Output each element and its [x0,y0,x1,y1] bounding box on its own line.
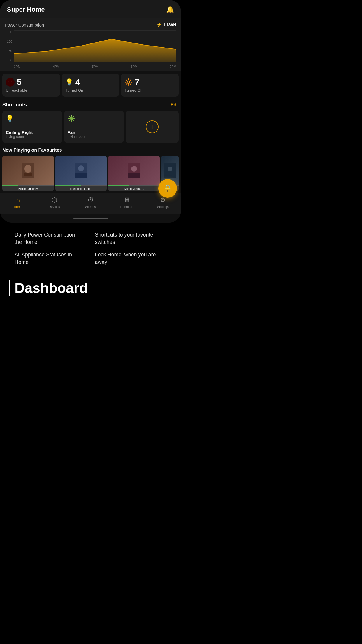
annotation-4: Lock Home, when you are away [95,251,167,266]
lightbulb-on-icon: 💡 [65,78,73,86]
shortcuts-edit-button[interactable]: Edit [171,102,179,108]
svg-point-8 [131,166,137,172]
dashboard-label: Dashboard [15,280,175,296]
movie-thumb-1 [2,156,54,185]
now-playing-title: Now Playing on Favourites [2,148,179,153]
ceiling-light-icon: 💡 [6,115,59,123]
movie-card-3[interactable]: Namo Venkat... [108,156,160,191]
chart-y-labels: 150 100 50 0 [5,30,13,62]
shortcut-ceiling-room: Living room [6,135,59,139]
shortcut-fan-name: Fan [68,130,121,135]
power-chart: 150 100 50 0 [5,30,176,68]
annotation-3: Shortcuts to your favorite switches [95,231,167,246]
lock-home-button[interactable]: 🔒 [158,179,177,198]
scenes-nav-label: Scenes [85,205,96,209]
movie-thumb-2 [55,156,107,185]
nav-item-home[interactable]: ⌂ Home [0,196,36,209]
scenes-nav-icon: ⏱ [87,196,94,204]
svg-point-5 [78,165,84,171]
chart-x-labels: 3PM 4PM 5PM 6PM 7PM [14,65,176,68]
nav-item-devices[interactable]: ⬡ Devices [36,196,72,209]
devices-nav-icon: ⬡ [52,196,57,204]
movie-title-2: The Lone Ranger [55,186,107,191]
shortcuts-section: Shortcuts Edit 💡 Ceiling Right Living ro… [0,99,181,145]
svg-rect-9 [128,173,140,178]
lock-icon: 🔒 [163,184,172,193]
turned-on-label: Turned On [65,88,116,92]
add-circle-icon: + [146,120,159,133]
appliance-status-grid: 5 Unreachable 💡 4 Turned On 🔆 7 Turned O… [0,71,181,99]
svg-rect-6 [75,173,87,178]
header: Super Home 🔔 [0,0,181,18]
home-nav-label: Home [14,205,22,209]
power-consumption-card: Power Consumption ⚡ 1 kWH 150 100 50 0 [0,18,181,71]
chart-svg-area [14,30,176,62]
home-nav-icon: ⌂ [16,196,20,204]
home-indicator [0,214,181,223]
annotation-1: Daily Power Consumption in the Home [15,231,86,246]
shortcut-fan-room: Living room [68,135,121,139]
turned-off-status-card[interactable]: 🔆 7 Turned Off [121,74,179,97]
remotes-nav-icon: 🖥 [124,196,130,204]
movie-title-3: Namo Venkat... [108,186,160,191]
dashboard-label-container: Dashboard [9,280,175,296]
phone-frame: Super Home 🔔 Power Consumption ⚡ 1 kWH 1… [0,0,181,223]
unreachable-label: Unreachable [6,88,57,92]
bottom-navigation: ⌂ Home ⬡ Devices ⏱ Scenes 🖥 Remotes ⚙ Se… [0,193,181,214]
power-kwh-value: ⚡ 1 kWH [156,22,176,27]
unreachable-status-card[interactable]: 5 Unreachable [2,74,60,97]
unreachable-row: 5 [6,78,57,87]
shortcuts-grid: 💡 Ceiling Right Living room ✳️ Fan Livin… [2,111,179,143]
bolt-icon: ⚡ [156,22,162,27]
movie-card-2[interactable]: The Lone Ranger [55,156,107,191]
nav-item-settings[interactable]: ⚙ Settings [145,196,181,209]
shortcuts-header: Shortcuts Edit [2,102,179,108]
turned-on-count: 4 [75,78,80,87]
lightbulb-off-icon: 🔆 [124,78,132,86]
remotes-nav-label: Remotes [120,205,133,209]
power-card-header: Power Consumption ⚡ 1 kWH [5,22,176,27]
movie-card-1[interactable]: Bruce Almighty [2,156,54,191]
shortcut-add-button[interactable]: + [126,111,179,143]
app-title: Super Home [7,6,45,13]
now-playing-section: Now Playing on Favourites Bruce Almighty [0,145,181,193]
turned-off-count: 7 [135,78,139,87]
turned-off-label: Turned Off [124,88,175,92]
shortcut-card-ceiling[interactable]: 💡 Ceiling Right Living room [2,111,62,143]
devices-nav-label: Devices [49,205,60,209]
annotation-2: All Appliance Statuses in Home [15,251,86,266]
power-card-title: Power Consumption [5,22,44,27]
settings-nav-label: Settings [157,205,169,209]
notification-bell-icon[interactable]: 🔔 [166,6,174,13]
movies-row: Bruce Almighty The Lone Ranger [2,156,179,191]
shortcut-card-fan[interactable]: ✳️ Fan Living room [64,111,124,143]
turned-off-row: 🔆 7 [124,78,175,87]
shortcut-ceiling-name: Ceiling Right [6,130,59,135]
svg-point-2 [24,165,31,173]
nav-item-scenes[interactable]: ⏱ Scenes [72,196,108,209]
home-bar [73,218,108,219]
unreachable-count: 5 [17,78,22,87]
annotation-section: Daily Power Consumption in the Home All … [0,223,181,302]
svg-rect-3 [24,173,32,176]
fan-icon: ✳️ [68,115,121,123]
unreachable-icon [6,78,15,87]
nav-item-remotes[interactable]: 🖥 Remotes [109,196,145,209]
svg-point-11 [168,167,172,171]
turned-on-status-card[interactable]: 💡 4 Turned On [62,74,120,97]
turned-on-row: 💡 4 [65,78,116,87]
movie-title-1: Bruce Almighty [2,186,54,191]
shortcuts-title: Shortcuts [2,102,27,108]
movie-thumb-3 [108,156,160,185]
